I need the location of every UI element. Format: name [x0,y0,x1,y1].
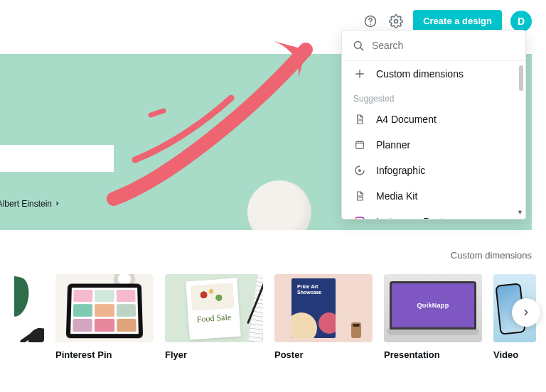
custom-dimensions-link[interactable]: Custom dimensions [451,250,532,261]
hero-search-input[interactable] [0,145,114,172]
svg-point-3 [354,41,361,48]
template-thumb: QuikNapp [384,274,482,342]
calendar-icon [353,138,366,151]
top-bar: Create a design D [362,10,532,32]
dropdown-body: Custom dimensions Suggested A4 Document … [342,61,525,219]
hero-quote-text: nation." —Albert Einstein [0,199,52,209]
template-card-flyer[interactable]: Food Sale Flyer [165,274,263,360]
svg-point-1 [370,23,371,24]
custom-dimensions-label: Custom dimensions [376,68,464,80]
gallery-next-button[interactable] [512,298,540,327]
svg-rect-4 [356,141,364,148]
svg-point-5 [359,170,360,171]
dropdown-search-row [342,31,525,61]
instagram-icon [353,215,366,219]
help-icon[interactable] [362,13,379,30]
template-label: Presentation [384,349,482,360]
document-icon [353,113,366,126]
hero-decor-flower [247,180,311,230]
scrollbar-down-icon[interactable]: ▼ [517,209,523,216]
suggestion-label: A4 Document [376,114,437,125]
suggestion-infographic[interactable]: Infographic [342,158,525,183]
search-icon [352,39,365,52]
svg-rect-6 [355,217,364,219]
dropdown-search-input[interactable] [372,40,515,51]
suggestion-label: Instagram Post [376,216,443,219]
template-thumb: Pride Art Showcase [274,274,373,342]
template-thumb [14,274,44,342]
template-label: Pinterest Pin [55,349,154,360]
create-design-dropdown: Custom dimensions Suggested A4 Document … [341,30,526,219]
suggestion-planner[interactable]: Planner [342,132,525,158]
custom-dimensions-item[interactable]: Custom dimensions [342,61,525,87]
template-label: Video [493,349,536,360]
suggestion-instagram-post[interactable]: Instagram Post [342,209,525,219]
suggestion-label: Infographic [376,165,425,176]
gear-icon[interactable] [387,13,405,30]
template-thumb [55,274,154,342]
create-design-button[interactable]: Create a design [413,10,502,32]
template-gallery: Pinterest Pin Food Sale Flyer Pride Art … [0,274,546,360]
suggestion-label: Planner [376,139,410,151]
template-card-pinterest[interactable]: Pinterest Pin [55,274,154,360]
template-label: Poster [274,349,373,360]
template-card-partial[interactable] [14,274,44,342]
document-icon [353,190,366,202]
template-thumb: Food Sale [165,274,263,342]
suggestion-a4-document[interactable]: A4 Document [342,107,525,132]
suggestion-media-kit[interactable]: Media Kit [342,183,525,209]
plus-icon [353,67,366,80]
svg-point-2 [395,19,398,23]
chevron-right-icon[interactable] [54,199,60,209]
template-card-presentation[interactable]: QuikNapp Presentation [384,274,482,360]
hero-quote: nation." —Albert Einstein [0,199,60,209]
avatar[interactable]: D [510,11,532,32]
gauge-icon [353,164,366,177]
scrollbar-thumb[interactable] [519,65,523,91]
suggested-heading: Suggested [342,87,525,107]
suggestion-label: Media Kit [376,190,417,202]
template-label: Flyer [165,349,263,360]
template-card-poster[interactable]: Pride Art Showcase Poster [274,274,373,360]
